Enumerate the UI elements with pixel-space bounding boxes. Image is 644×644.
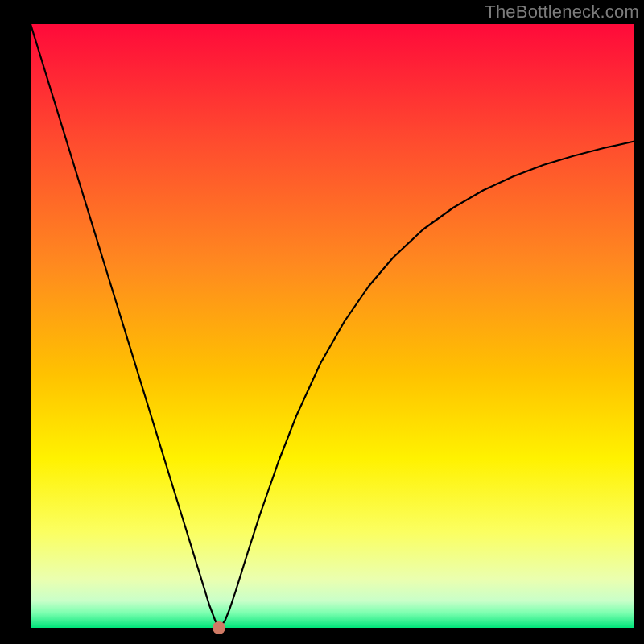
optimal-point-marker xyxy=(213,621,225,634)
attribution-text: TheBottleneck.com xyxy=(485,2,639,23)
plot-gradient-background xyxy=(31,24,634,628)
chart-frame: { "attribution": "TheBottleneck.com", "c… xyxy=(0,0,644,644)
chart-svg xyxy=(0,0,644,644)
